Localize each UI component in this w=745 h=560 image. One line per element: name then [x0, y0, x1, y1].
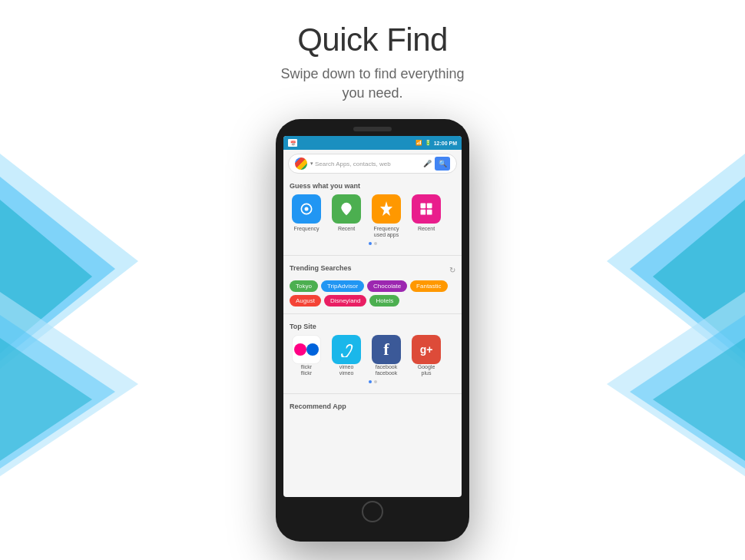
title-section: Quick Find Swipe down to find everything…	[0, 0, 745, 103]
app-item-recent1[interactable]: Recent	[329, 194, 363, 239]
site-vimeo[interactable]: vimeovimeo	[329, 335, 363, 377]
google-plus-label: Googleplus	[418, 364, 435, 377]
home-button[interactable]	[362, 501, 383, 522]
svg-rect-15	[427, 204, 432, 209]
divider-3	[283, 393, 462, 394]
guess-section: Guess what you want Frequency Recent	[283, 177, 462, 251]
site-dot-1	[369, 380, 372, 383]
facebook-label: facebookfacebook	[376, 364, 397, 377]
frequency-label: Frequency	[293, 226, 319, 232]
status-bar-right: 📶 🔋 12:00 PM	[416, 140, 457, 146]
tag-august[interactable]: August	[290, 295, 321, 307]
recommend-section: Recommend App	[283, 398, 462, 418]
microphone-icon: 🎤	[423, 160, 432, 167]
svg-rect-17	[427, 210, 432, 215]
status-time: 12:00 PM	[434, 141, 457, 146]
page-subtitle: Swipe down to find everything you need.	[0, 65, 745, 103]
tag-fantastic[interactable]: Fantastic	[410, 280, 447, 292]
app-item-frequency[interactable]: Frequency	[290, 194, 323, 239]
recent2-icon	[412, 194, 441, 224]
site-grid: flickrflickr vimeovimeo f facebookfacebo…	[290, 335, 455, 377]
top-site-title: Top Site	[290, 323, 455, 330]
tag-chocolate[interactable]: Chocolate	[367, 280, 407, 292]
tag-tripadvisor[interactable]: TripAdvisor	[321, 280, 364, 292]
site-dots	[290, 380, 455, 383]
top-site-section: Top Site flickrflickr vimeovimeo	[283, 318, 462, 389]
search-placeholder: Search Apps, contacts, web	[315, 161, 423, 167]
phone-body: 📅 📶 🔋 12:00 PM ▾ Search Apps, contacts, …	[276, 119, 469, 542]
flickr-icon	[292, 335, 321, 364]
page-title: Quick Find	[0, 22, 745, 58]
search-icon: 🔍	[439, 160, 447, 167]
google-icon	[295, 157, 307, 170]
dropdown-arrow: ▾	[310, 161, 313, 167]
phone-speaker	[353, 127, 392, 131]
recent1-icon	[332, 194, 361, 224]
phone-mockup: 📅 📶 🔋 12:00 PM ▾ Search Apps, contacts, …	[276, 119, 469, 542]
svg-rect-14	[421, 204, 426, 209]
search-bar[interactable]: ▾ Search Apps, contacts, web 🎤 🔍	[288, 154, 457, 174]
phone-screen: 📅 📶 🔋 12:00 PM ▾ Search Apps, contacts, …	[283, 136, 462, 497]
dot-1	[369, 242, 372, 245]
site-google-plus[interactable]: g+ Googleplus	[409, 335, 443, 377]
app-item-freq-used[interactable]: Frequency used apps	[369, 194, 403, 239]
recent2-label: Recent	[418, 226, 435, 232]
divider-1	[283, 255, 462, 256]
calendar-icon: 📅	[288, 139, 297, 147]
frequency-icon	[292, 194, 321, 224]
site-facebook[interactable]: f facebookfacebook	[369, 335, 403, 377]
recent1-label: Recent	[338, 226, 355, 232]
freq-used-label: Frequency used apps	[369, 226, 403, 239]
status-bar: 📅 📶 🔋 12:00 PM	[283, 136, 462, 150]
svg-point-18	[294, 343, 306, 356]
site-dot-2	[374, 380, 377, 383]
guess-section-title: Guess what you want	[290, 182, 455, 190]
flickr-label: flickrflickr	[301, 364, 312, 377]
divider-2	[283, 313, 462, 314]
refresh-icon[interactable]: ↻	[449, 266, 455, 274]
freq-used-icon	[372, 194, 401, 224]
trending-section: Trending Searches ↻ Tokyo TripAdvisor Ch…	[283, 260, 462, 310]
tag-hotels[interactable]: Hotels	[369, 295, 399, 307]
trending-title: Trending Searches	[290, 264, 352, 272]
vimeo-icon	[332, 335, 361, 364]
recommend-title: Recommend App	[290, 403, 455, 410]
site-flickr[interactable]: flickrflickr	[290, 335, 323, 377]
svg-point-19	[306, 343, 319, 356]
trending-header: Trending Searches ↻	[290, 264, 455, 277]
battery-icon: 🔋	[425, 140, 432, 146]
facebook-icon: f	[372, 335, 401, 364]
tag-tokyo[interactable]: Tokyo	[290, 280, 318, 292]
svg-rect-16	[421, 210, 426, 215]
dot-2	[374, 242, 377, 245]
tag-disneyland[interactable]: Disneyland	[324, 295, 367, 307]
status-bar-left: 📅	[288, 139, 297, 147]
vimeo-label: vimeovimeo	[339, 364, 354, 377]
wifi-icon: 📶	[416, 140, 422, 146]
search-button[interactable]: 🔍	[435, 157, 450, 171]
svg-point-13	[305, 207, 309, 211]
google-plus-icon: g+	[412, 335, 441, 364]
app-item-recent2[interactable]: Recent	[409, 194, 443, 239]
tags-container: Tokyo TripAdvisor Chocolate Fantastic Au…	[290, 280, 455, 307]
app-grid: Frequency Recent Frequency used apps	[290, 194, 455, 239]
app-dots	[290, 242, 455, 245]
